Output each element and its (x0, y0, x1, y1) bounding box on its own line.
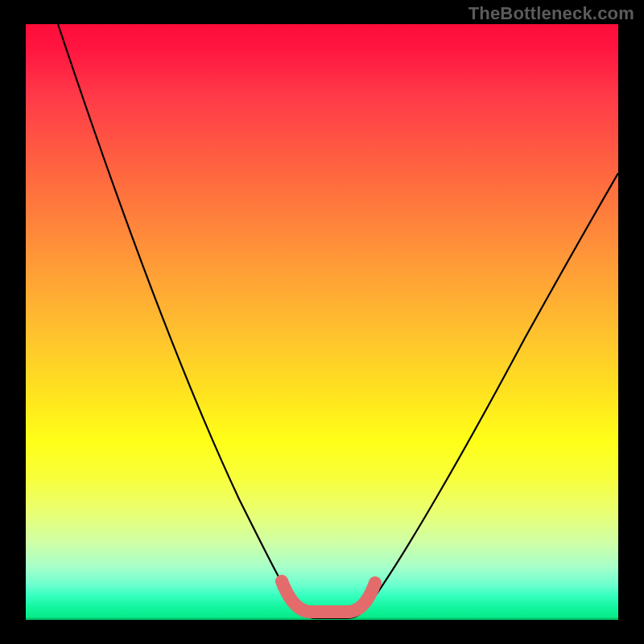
bottleneck-highlight (282, 581, 375, 612)
bottleneck-curve (58, 24, 618, 618)
watermark-text: TheBottleneck.com (469, 3, 634, 24)
curve-svg (26, 24, 618, 620)
plot-area (26, 24, 618, 620)
chart-frame: TheBottleneck.com (0, 0, 644, 644)
